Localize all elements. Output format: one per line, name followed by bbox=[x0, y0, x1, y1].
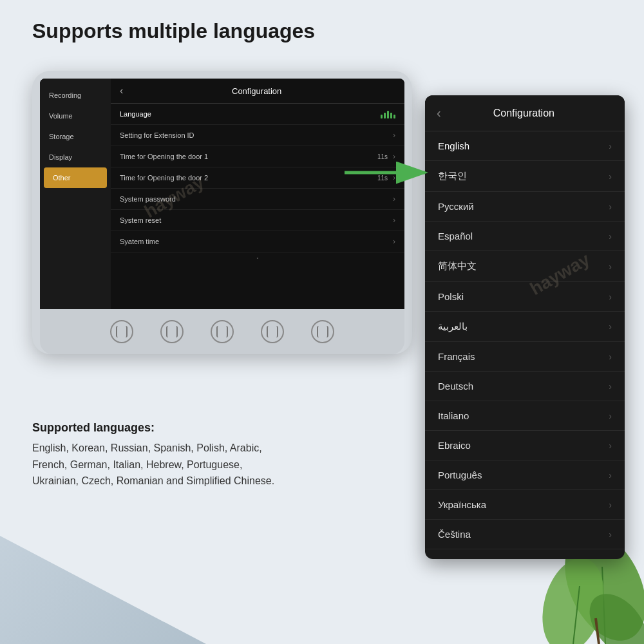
screen-header: ‹ Configuration bbox=[111, 79, 404, 104]
device-mockup: Recording Volume Storage Display Other ‹… bbox=[32, 71, 412, 354]
lang-label-chinese: 简体中文 bbox=[438, 260, 477, 272]
menu-label-door1: Time for Opening the door 1 bbox=[120, 153, 208, 160]
device-button-5[interactable] bbox=[311, 320, 334, 343]
chevron-icon-german: › bbox=[609, 381, 612, 392]
sidebar-item-volume[interactable]: Volume bbox=[40, 106, 111, 126]
menu-item-password[interactable]: System password › bbox=[111, 189, 404, 210]
supported-section: Supported languages: English, Korean, Ru… bbox=[32, 421, 274, 489]
lang-item-romanian[interactable]: Romanian › bbox=[425, 549, 625, 559]
lang-item-chinese[interactable]: 简体中文 › bbox=[425, 251, 625, 282]
menu-label-door2: Time for Opening the door 2 bbox=[120, 174, 208, 182]
screen-sidebar: Recording Volume Storage Display Other bbox=[40, 79, 111, 309]
sidebar-item-display[interactable]: Display bbox=[40, 147, 111, 167]
chevron-icon-arabic: › bbox=[609, 321, 612, 332]
chevron-icon-russian: › bbox=[609, 202, 612, 212]
sidebar-item-recording[interactable]: Recording bbox=[40, 85, 111, 106]
sidebar-item-other[interactable]: Other bbox=[44, 167, 107, 188]
lang-label-french: Français bbox=[438, 351, 475, 362]
menu-value-door1: 11s bbox=[377, 153, 388, 160]
lang-item-hebrew[interactable]: Ebraico › bbox=[425, 431, 625, 460]
menu-item-reset[interactable]: System reset › bbox=[111, 210, 404, 231]
chevron-icon-chinese: › bbox=[609, 261, 612, 272]
chevron-icon-extension: › bbox=[393, 131, 395, 140]
lang-item-spanish[interactable]: Español › bbox=[425, 222, 625, 251]
lang-item-portuguese[interactable]: Português › bbox=[425, 460, 625, 490]
bg-decor-left bbox=[0, 464, 206, 644]
device-button-4[interactable] bbox=[261, 320, 284, 343]
lang-item-czech[interactable]: Čeština › bbox=[425, 520, 625, 549]
device-bottom bbox=[40, 309, 404, 354]
menu-label-reset: System reset bbox=[120, 216, 161, 224]
language-panel: ‹ Configuration English › 한국인 › Русский … bbox=[425, 95, 625, 559]
lang-label-english: English bbox=[438, 140, 469, 151]
lang-item-russian[interactable]: Русский › bbox=[425, 192, 625, 222]
screen-main: ‹ Configuration Language bbox=[111, 79, 404, 309]
menu-item-time[interactable]: Syatem time › bbox=[111, 231, 404, 252]
sidebar-item-storage[interactable]: Storage bbox=[40, 126, 111, 147]
device-button-1[interactable] bbox=[110, 320, 133, 343]
menu-label-extension-id: Setting for Extension ID bbox=[120, 131, 194, 139]
lang-label-korean: 한국인 bbox=[438, 170, 467, 182]
chevron-icon-hebrew: › bbox=[609, 440, 612, 451]
bar-3 bbox=[387, 111, 389, 118]
lang-item-italian[interactable]: Italiano › bbox=[425, 401, 625, 431]
lang-panel-back-icon[interactable]: ‹ bbox=[437, 106, 441, 120]
supported-title: Supported languages: bbox=[32, 421, 274, 435]
lang-label-italian: Italiano bbox=[438, 410, 469, 421]
lang-item-arabic[interactable]: بالعربية › bbox=[425, 312, 625, 342]
chevron-icon-english: › bbox=[609, 141, 612, 151]
chevron-icon-italian: › bbox=[609, 411, 612, 421]
chevron-icon-french: › bbox=[609, 352, 612, 362]
menu-label-password: System password bbox=[120, 195, 176, 203]
bar-1 bbox=[381, 115, 383, 118]
lang-label-german: Deutsch bbox=[438, 381, 473, 392]
supported-text: English, Korean, Russian, Spanish, Polis… bbox=[32, 440, 274, 489]
bar-4 bbox=[390, 113, 392, 118]
lang-item-korean[interactable]: 한국인 › bbox=[425, 161, 625, 192]
lang-label-czech: Čeština bbox=[438, 529, 471, 540]
device-button-3[interactable] bbox=[211, 320, 234, 343]
chevron-icon-ukrainian: › bbox=[609, 500, 612, 510]
lang-item-french[interactable]: Français › bbox=[425, 342, 625, 372]
language-right-side bbox=[381, 109, 395, 118]
lang-list: English › 한국인 › Русский › Español › 简体中文… bbox=[425, 131, 625, 559]
lang-item-english[interactable]: English › bbox=[425, 131, 625, 161]
lang-label-spanish: Español bbox=[438, 231, 473, 242]
lang-item-ukrainian[interactable]: Українська › bbox=[425, 490, 625, 520]
language-signal-bars bbox=[381, 109, 395, 118]
screen-back-icon[interactable]: ‹ bbox=[120, 85, 123, 97]
lang-label-hebrew: Ebraico bbox=[438, 440, 471, 451]
chevron-icon-portuguese: › bbox=[609, 470, 612, 480]
arrow-svg bbox=[341, 160, 431, 185]
menu-label-time: Syatem time bbox=[120, 238, 159, 245]
lang-label-polish: Polski bbox=[438, 291, 464, 302]
menu-label-language: Language bbox=[120, 110, 151, 118]
lang-panel-header: ‹ Configuration bbox=[425, 95, 625, 131]
menu-item-extension-id[interactable]: Setting for Extension ID › bbox=[111, 125, 404, 146]
chevron-icon-reset: › bbox=[393, 216, 395, 225]
device-button-2[interactable] bbox=[160, 320, 184, 343]
lang-item-polish[interactable]: Polski › bbox=[425, 282, 625, 312]
chevron-icon-spanish: › bbox=[609, 231, 612, 242]
lang-item-german[interactable]: Deutsch › bbox=[425, 372, 625, 401]
chevron-icon-polish: › bbox=[609, 292, 612, 302]
chevron-icon-time: › bbox=[393, 237, 395, 246]
bar-2 bbox=[384, 113, 386, 118]
lang-panel-title: Configuration bbox=[448, 108, 600, 119]
bar-5 bbox=[393, 115, 395, 118]
screen-menu-items: Language Setting for Extension ID › bbox=[111, 104, 404, 309]
device-screen: Recording Volume Storage Display Other ‹… bbox=[40, 79, 404, 309]
menu-item-language[interactable]: Language bbox=[111, 104, 404, 125]
chevron-icon-korean: › bbox=[609, 171, 612, 182]
chevron-icon-password: › bbox=[393, 194, 395, 204]
lang-label-russian: Русский bbox=[438, 201, 474, 212]
lang-label-romanian: Romanian bbox=[438, 558, 482, 559]
lang-label-portuguese: Português bbox=[438, 469, 482, 480]
lang-label-arabic: بالعربية bbox=[438, 321, 468, 332]
arrow-container bbox=[341, 160, 431, 185]
page-title: Supports multiple languages bbox=[32, 19, 315, 43]
lang-label-ukrainian: Українська bbox=[438, 499, 486, 510]
chevron-icon-czech: › bbox=[609, 529, 612, 540]
chevron-icon-romanian: › bbox=[609, 559, 612, 560]
screen-configuration-title: Configuration bbox=[131, 86, 383, 96]
